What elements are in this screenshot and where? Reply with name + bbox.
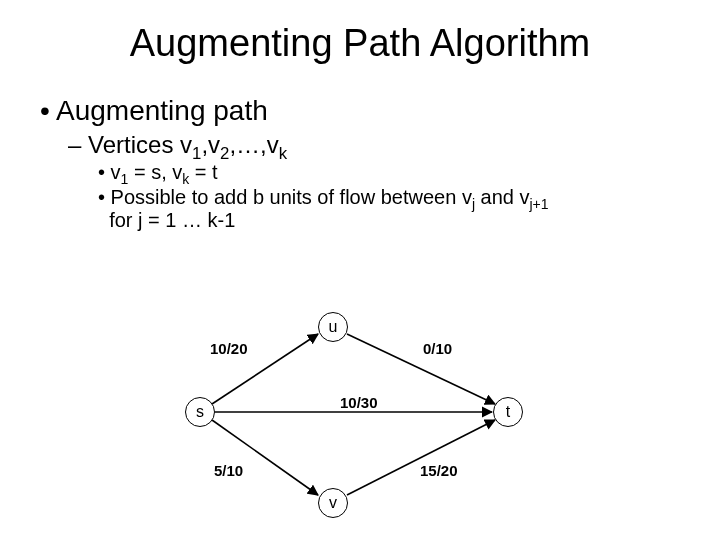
edge-label-su: 10/20 (210, 340, 248, 357)
edge-label-sv: 5/10 (214, 462, 243, 479)
b3a-p2: = s, v (128, 161, 182, 183)
edge-label-vt: 15/20 (420, 462, 458, 479)
node-t: t (493, 397, 523, 427)
bullet-level3-b: • Possible to add b units of flow betwee… (98, 186, 720, 232)
b3b-p2: and v (475, 186, 529, 208)
b3a-p1: v (111, 161, 121, 183)
bullet-level2: – Vertices v1,v2,…,vk (68, 131, 720, 159)
edge-label-st: 10/30 (340, 394, 378, 411)
slide-title: Augmenting Path Algorithm (0, 0, 720, 65)
node-s: s (185, 397, 215, 427)
slide-body: • Augmenting path – Vertices v1,v2,…,vk … (0, 65, 720, 232)
bullet-level1: • Augmenting path (40, 95, 720, 127)
graph-edges (0, 310, 720, 540)
b3a-p3: = t (189, 161, 217, 183)
node-v: v (318, 488, 348, 518)
b3b-p1: Possible to add b units of flow between … (111, 186, 472, 208)
b3b-p3: for j = 1 … k-1 (109, 209, 235, 231)
b2-p1: Vertices v (88, 131, 192, 158)
node-u: u (318, 312, 348, 342)
edge-label-ut: 0/10 (423, 340, 452, 357)
bullet1-text: Augmenting path (56, 95, 268, 126)
flow-graph-diagram: u s t v 10/20 0/10 10/30 5/10 15/20 (0, 310, 720, 540)
b2-p2: ,v (201, 131, 220, 158)
bullet-level3-a: • v1 = s, vk = t (98, 161, 720, 184)
svg-line-4 (347, 420, 495, 495)
svg-line-3 (212, 420, 318, 495)
b2-p3: ,…,v (229, 131, 278, 158)
